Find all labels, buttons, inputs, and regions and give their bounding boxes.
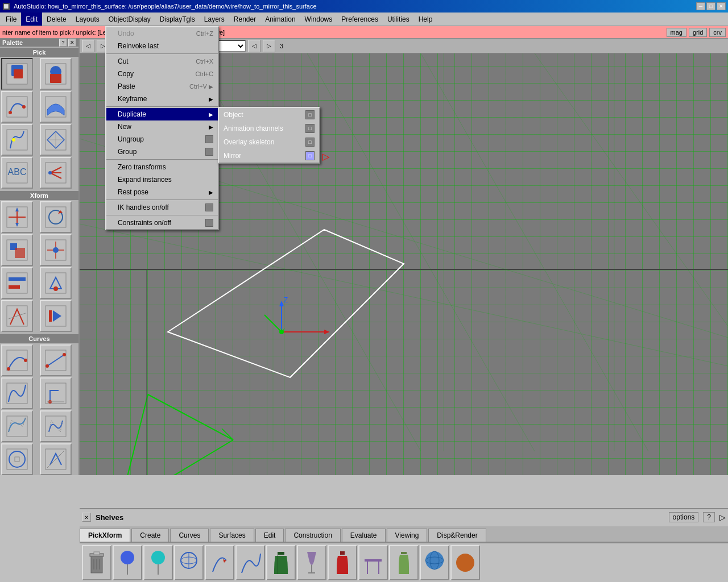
maximize-button[interactable]: □ <box>706 2 715 10</box>
tab-curves[interactable]: Curves <box>170 529 209 542</box>
tab-edit[interactable]: Edit <box>255 529 284 542</box>
submenu-object[interactable]: Object □ <box>219 108 319 122</box>
snap-tool[interactable] <box>40 267 72 299</box>
bottom-tool-wire-ball[interactable] <box>174 545 204 580</box>
pick-instruction: nter name of item to pick / unpick: [Lef… <box>2 29 667 36</box>
pick-surface-tool[interactable] <box>40 91 72 123</box>
menu-edit[interactable]: Edit <box>21 13 42 26</box>
pick-tool6[interactable] <box>40 157 72 189</box>
menu-animation[interactable]: Animation <box>260 13 300 26</box>
constraints-icon <box>205 219 213 227</box>
tab-surfaces[interactable]: Surfaces <box>210 529 254 542</box>
bottom-tool-sphere2[interactable] <box>143 545 173 580</box>
menu-file[interactable]: File <box>1 13 21 26</box>
bottom-tool-bottle3[interactable] <box>389 545 419 580</box>
menu-windows[interactable]: Windows <box>300 13 337 26</box>
menu-reinvoke[interactable]: Reinvoke last <box>106 40 218 52</box>
svg-point-16 <box>48 171 52 174</box>
menu-cut[interactable]: Cut Ctrl+X <box>106 55 218 68</box>
tab-viewing[interactable]: Viewing <box>387 529 428 542</box>
reset-tool[interactable] <box>40 300 72 332</box>
palette-close[interactable]: ✕ <box>68 39 76 47</box>
bottom-tool-bottle1[interactable] <box>266 545 296 580</box>
shelves-options[interactable]: options <box>669 512 699 522</box>
menu-constraints[interactable]: Constraints on/off <box>106 217 218 229</box>
menu-new[interactable]: New ▶ <box>106 120 218 133</box>
bottom-tool-head[interactable] <box>420 545 449 580</box>
submenu-animation-channels[interactable]: Animation channels □ <box>219 122 319 135</box>
menu-render[interactable]: Render <box>229 13 260 26</box>
tab-disp-render[interactable]: Disp&Render <box>428 529 486 542</box>
curve-tool-8[interactable] <box>40 443 72 475</box>
bottom-tool-trash[interactable] <box>82 545 111 580</box>
bottom-tool-bottle2[interactable] <box>328 545 357 580</box>
pick-curve-tool[interactable] <box>1 91 33 123</box>
curve-tool-4[interactable] <box>40 377 72 409</box>
curve-tool-7[interactable] <box>1 443 33 475</box>
menu-help[interactable]: Help <box>414 13 437 26</box>
bottom-tool-table[interactable] <box>358 545 388 580</box>
shelves-help[interactable]: ? <box>703 512 715 522</box>
svg-point-8 <box>22 105 26 109</box>
view-prev-btn[interactable]: ◁ <box>248 40 260 52</box>
bottom-tool-sphere1[interactable] <box>113 545 142 580</box>
nav-prev-btn[interactable]: ◁ <box>82 40 94 52</box>
bottom-tool-last[interactable] <box>450 545 480 580</box>
bottom-tool-curve2[interactable] <box>235 545 265 580</box>
menu-keyframe[interactable]: Keyframe ▶ <box>106 93 218 105</box>
tab-evaluate[interactable]: Evaluate <box>342 529 386 542</box>
menu-utilities[interactable]: Utilities <box>383 13 414 26</box>
submenu-mirror[interactable]: Mirror □ ▷ <box>219 149 319 163</box>
menu-duplicate[interactable]: Duplicate ▶ Object □ Animation channels … <box>106 108 218 120</box>
crv-button[interactable]: crv <box>709 28 726 37</box>
menu-objectdisplay[interactable]: ObjectDisplay <box>104 13 155 26</box>
scale-tool[interactable] <box>1 234 33 266</box>
submenu-overlay-skeleton[interactable]: Overlay skeleton □ <box>219 135 319 149</box>
menu-undo[interactable]: Undo Ctrl+Z <box>106 27 218 40</box>
mag-button[interactable]: mag <box>667 28 686 37</box>
menu-group[interactable]: Group <box>106 146 218 158</box>
menu-layers[interactable]: Layers <box>200 13 229 26</box>
tab-pickxform[interactable]: PickXform <box>80 529 130 542</box>
move-tool[interactable] <box>1 201 33 233</box>
shelves-expand[interactable]: ▷ <box>719 513 726 522</box>
bottom-tool-curve1[interactable] <box>205 545 234 580</box>
pick-tool4[interactable] <box>40 124 72 156</box>
curve-tool-5[interactable] <box>1 410 33 442</box>
align-tool[interactable] <box>1 267 33 299</box>
pivot-tool[interactable] <box>40 234 72 266</box>
pick-object-tool[interactable] <box>1 58 33 90</box>
menu-preferences[interactable]: Preferences <box>337 13 383 26</box>
rotate-tool[interactable] <box>40 201 72 233</box>
curve-tool-6[interactable] <box>40 410 72 442</box>
bottom-tool-wine-glass[interactable] <box>297 545 326 580</box>
menu-rest-pose[interactable]: Rest pose ▶ <box>106 186 218 198</box>
svg-rect-5 <box>50 74 61 83</box>
menu-zero-transforms[interactable]: Zero transforms <box>106 161 218 173</box>
tab-construction[interactable]: Construction <box>285 529 340 542</box>
pick-tool3[interactable] <box>1 124 33 156</box>
curve-tool-3[interactable] <box>1 377 33 409</box>
svg-rect-34 <box>49 310 52 322</box>
menu-copy[interactable]: Copy Ctrl+C <box>106 68 218 80</box>
curve-tool-1[interactable] <box>1 344 33 376</box>
menu-layouts[interactable]: Layouts <box>71 13 104 26</box>
distribute-tool[interactable] <box>1 300 33 332</box>
palette-help[interactable]: ? <box>59 39 67 47</box>
view-next-btn[interactable]: ▷ <box>263 40 275 52</box>
close-button[interactable]: ✕ <box>717 2 726 10</box>
menu-ungroup[interactable]: Ungroup <box>106 133 218 146</box>
menu-ik-handles[interactable]: IK handles on/off <box>106 201 218 214</box>
grid-button[interactable]: grid <box>689 28 707 37</box>
menu-paste[interactable]: Paste Ctrl+V ▶ <box>106 80 218 93</box>
menu-expand-instances[interactable]: Expand instances <box>106 173 218 186</box>
shelves-close-btn[interactable]: ✕ <box>82 513 91 522</box>
minimize-button[interactable]: ─ <box>696 2 705 10</box>
menu-displaytgls[interactable]: DisplayTgls <box>155 13 200 26</box>
palette-title: Palette <box>2 39 23 46</box>
tab-create[interactable]: Create <box>131 529 169 542</box>
pick-tool5[interactable]: ABC <box>1 157 33 189</box>
menu-delete[interactable]: Delete <box>42 13 71 26</box>
pick-component-tool[interactable] <box>40 58 72 90</box>
curve-tool-2[interactable] <box>40 344 72 376</box>
